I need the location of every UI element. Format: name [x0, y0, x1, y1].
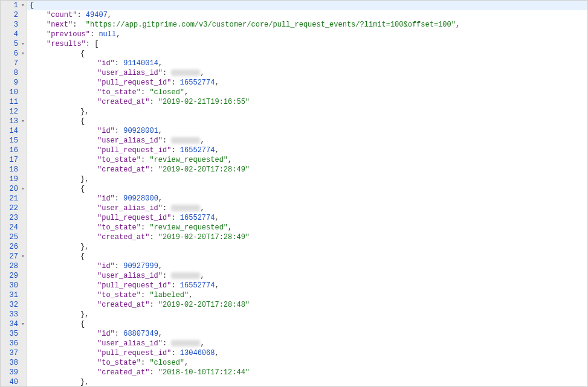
code-line[interactable]: "id": 90928001,: [27, 126, 587, 136]
fold-toggle-icon[interactable]: ▾: [21, 117, 25, 126]
code-line[interactable]: },: [27, 107, 587, 117]
code-line[interactable]: "created_at": "2019-02-21T19:16:55": [27, 97, 587, 107]
line-number: 24: [1, 223, 27, 232]
code-line[interactable]: "user_alias_id": ,: [27, 203, 587, 213]
fold-toggle-icon[interactable]: ▾: [21, 252, 25, 261]
line-number: 11: [1, 97, 27, 107]
line-number: 32: [1, 300, 27, 310]
redacted-value: [171, 205, 200, 211]
line-number: 7: [1, 59, 27, 68]
line-number: 37: [1, 348, 27, 358]
code-line[interactable]: "user_alias_id": ,: [27, 136, 587, 146]
line-number: 18: [1, 165, 27, 174]
line-number: 35: [1, 329, 27, 339]
line-number: 26: [1, 242, 27, 252]
fold-toggle-icon[interactable]: ▾: [21, 1, 25, 10]
line-number: 10: [1, 88, 27, 97]
line-number: 21: [1, 194, 27, 203]
line-number: 31: [1, 290, 27, 300]
code-line[interactable]: {: [27, 184, 587, 194]
code-line[interactable]: {: [27, 252, 587, 261]
code-line[interactable]: },: [27, 377, 587, 386]
line-number: 27▾: [1, 252, 27, 261]
line-number-gutter: 1▾2345▾6▾78910111213▾14151617181920▾2122…: [1, 1, 27, 386]
line-number: 6▾: [1, 49, 27, 59]
line-number: 5▾: [1, 39, 27, 49]
code-line[interactable]: "to_state": "labeled",: [27, 290, 587, 300]
line-number: 39: [1, 368, 27, 377]
code-line[interactable]: "user_alias_id": ,: [27, 271, 587, 281]
code-line[interactable]: "user_alias_id": ,: [27, 339, 587, 348]
line-number: 29: [1, 271, 27, 281]
code-line[interactable]: },: [27, 174, 587, 184]
line-number: 40: [1, 377, 27, 387]
fold-toggle-icon[interactable]: ▾: [21, 49, 25, 59]
code-line[interactable]: "previous": null,: [27, 30, 587, 39]
line-number: 2: [1, 10, 27, 20]
fold-toggle-icon[interactable]: ▾: [21, 319, 25, 329]
code-line[interactable]: },: [27, 310, 587, 319]
line-number: 19: [1, 174, 27, 184]
line-number: 30: [1, 281, 27, 290]
code-line[interactable]: "pull_request_id": 13046068,: [27, 348, 587, 358]
line-number: 3: [1, 20, 27, 30]
code-line[interactable]: "id": 90927999,: [27, 261, 587, 271]
redacted-value: [171, 272, 200, 279]
line-number: 20▾: [1, 184, 27, 194]
code-line[interactable]: "id": 68807349,: [27, 329, 587, 339]
code-line[interactable]: "pull_request_id": 16552774,: [27, 281, 587, 290]
line-number: 14: [1, 126, 27, 136]
code-line[interactable]: {: [27, 117, 587, 126]
line-number: 17: [1, 155, 27, 165]
line-number: 34▾: [1, 319, 27, 329]
code-line[interactable]: "user_alias_id": ,: [27, 68, 587, 78]
line-number: 28: [1, 261, 27, 271]
code-area[interactable]: {"count": 49407,"next": "https://app.git…: [27, 1, 587, 386]
line-number: 8: [1, 68, 27, 78]
code-line[interactable]: {: [27, 319, 587, 329]
fold-toggle-icon[interactable]: ▾: [21, 39, 25, 49]
code-line[interactable]: "created_at": "2018-10-10T17:12:44": [27, 368, 587, 377]
line-number: 9: [1, 78, 27, 88]
line-number: 22: [1, 203, 27, 213]
code-line[interactable]: "id": 91140014,: [27, 59, 587, 68]
redacted-value: [171, 69, 200, 76]
line-number: 4: [1, 30, 27, 39]
code-line[interactable]: "results": [: [27, 39, 587, 49]
code-line[interactable]: "next": "https://app.gitprime.com/v3/cus…: [27, 20, 587, 30]
code-line[interactable]: "count": 49407,: [27, 10, 587, 20]
json-editor: 1▾2345▾6▾78910111213▾14151617181920▾2122…: [0, 0, 588, 387]
line-number: 13▾: [1, 117, 27, 126]
code-line[interactable]: "to_state": "closed",: [27, 358, 587, 368]
line-number: 38: [1, 358, 27, 368]
redacted-value: [171, 137, 200, 144]
code-line[interactable]: "to_state": "closed",: [27, 88, 587, 97]
code-line[interactable]: "pull_request_id": 16552774,: [27, 213, 587, 223]
line-number: 36: [1, 339, 27, 348]
code-line[interactable]: },: [27, 242, 587, 252]
code-line[interactable]: "to_state": "review_requested",: [27, 155, 587, 165]
line-number: 15: [1, 136, 27, 146]
code-line[interactable]: "created_at": "2019-02-20T17:28:48": [27, 300, 587, 310]
code-line[interactable]: {: [27, 1, 587, 10]
code-line[interactable]: "id": 90928000,: [27, 194, 587, 203]
line-number: 33: [1, 310, 27, 319]
redacted-value: [171, 340, 200, 347]
code-line[interactable]: "pull_request_id": 16552774,: [27, 146, 587, 155]
line-number: 23: [1, 213, 27, 223]
line-number: 16: [1, 146, 27, 155]
code-line[interactable]: "to_state": "review_requested",: [27, 223, 587, 232]
code-line[interactable]: {: [27, 49, 587, 59]
code-line[interactable]: "created_at": "2019-02-20T17:28:49": [27, 165, 587, 174]
line-number: 12: [1, 107, 27, 117]
code-line[interactable]: "pull_request_id": 16552774,: [27, 78, 587, 88]
fold-toggle-icon[interactable]: ▾: [21, 184, 25, 194]
line-number: 1▾: [1, 1, 27, 10]
code-line[interactable]: "created_at": "2019-02-20T17:28:49": [27, 232, 587, 242]
line-number: 25: [1, 232, 27, 242]
